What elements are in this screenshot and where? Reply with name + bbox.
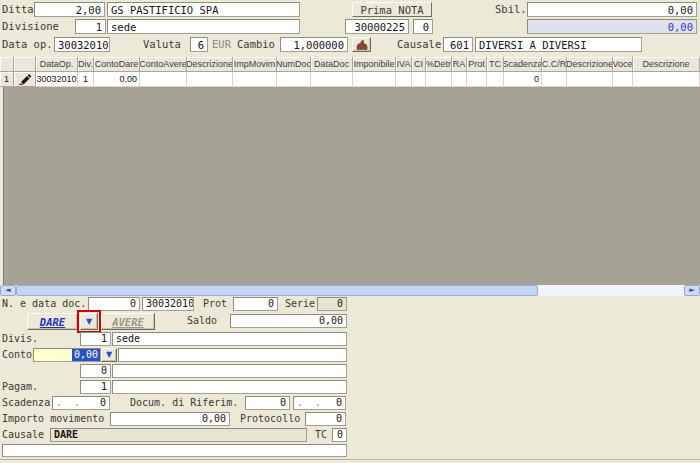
grid-data-row[interactable]: 1 30032010 1 0,00 0 [0, 72, 700, 87]
grid-col-contoavere: ContoAvere [140, 57, 187, 72]
grid-cell-iva[interactable] [396, 72, 412, 87]
grid-cell-descrizione2[interactable] [567, 72, 613, 87]
grid-cell-rownum[interactable]: 1 [0, 72, 14, 87]
grid-cell-icon[interactable] [14, 72, 36, 87]
prot-label: Prot [203, 297, 227, 311]
grid-cell-detr[interactable] [426, 72, 452, 87]
grid-cell-tc[interactable] [487, 72, 504, 87]
doc-rif-extra-value: 0 [336, 397, 342, 409]
divis-name-field[interactable]: sede [112, 332, 347, 346]
data-doc-field[interactable]: 30032010 [142, 297, 194, 311]
tc-field[interactable]: 0 [332, 428, 347, 442]
causale-label: Causale [397, 37, 441, 52]
grid-col-numdoc: NumDoc [277, 57, 311, 72]
saldo-field[interactable]: 0,00 [230, 314, 347, 328]
avere-button[interactable]: AVERE [101, 313, 155, 330]
grid-col-datadoc: DataDoc [311, 57, 353, 72]
divisione-name-field[interactable]: sede [107, 19, 300, 34]
scadenza-value: 0 [100, 397, 106, 409]
grid-cell-datadoc[interactable] [311, 72, 353, 87]
cambio-tool-button[interactable] [352, 37, 371, 52]
divisione-label: Divisione [2, 19, 59, 34]
grid-cell-ra[interactable] [452, 72, 467, 87]
scadenza-field[interactable]: . . 0 [52, 396, 110, 410]
grid-col-contodare: ContoDare [94, 57, 140, 72]
causale-code-field[interactable]: 601 [443, 37, 473, 52]
grid-col-div: Div. [78, 57, 94, 72]
detail-panel: N. e data doc. 0 30032010 Prot 0 Serie 0… [0, 296, 700, 463]
divis-code-field[interactable]: 1 [80, 332, 111, 346]
grid-empty-area [3, 87, 700, 285]
causale-detail-field: DARE [50, 428, 307, 442]
horizontal-scrollbar[interactable]: ◄ ► [0, 285, 700, 296]
protocollo-field[interactable]: 0 [305, 412, 346, 426]
panel-divider [0, 459, 700, 460]
grid-cell-ci[interactable] [412, 72, 426, 87]
grid-cell-dataop[interactable]: 30032010 [36, 72, 78, 87]
doc-rif-date-field[interactable]: . . 0 [293, 396, 346, 410]
valuta-label: Valuta [143, 37, 181, 52]
conto-desc-field[interactable] [118, 348, 347, 362]
grid-col-ci: CI [412, 57, 426, 72]
scroll-left-button[interactable]: ◄ [0, 285, 16, 296]
grid-cell-impmovim[interactable] [233, 72, 277, 87]
doc-rif-label: Docum. di Riferim. [130, 396, 238, 410]
sbil-label: Sbil. [495, 2, 527, 17]
ditta-name-field[interactable]: GS PASTIFICIO SPA [107, 2, 300, 17]
scroll-right-button[interactable]: ► [684, 285, 700, 296]
grid-cell-ccr[interactable] [542, 72, 567, 87]
grid-col-descrizione2: Descrizione [567, 57, 613, 72]
grid-col-descrizione: Descrizione [187, 57, 233, 72]
app-window: Ditta 2,00 GS PASTIFICIO SPA Prima NOTA … [0, 0, 700, 463]
pagam-label: Pagam. [2, 380, 38, 394]
conto-dropdown-button[interactable]: ▼ [101, 348, 117, 362]
dare-button[interactable]: DARE [27, 313, 78, 330]
doc-rif-num-field[interactable]: 0 [245, 396, 290, 410]
grid-col-prot: Prot [467, 57, 487, 72]
conto-label: Conto [2, 348, 32, 362]
grid-col-iva: IVA [396, 57, 412, 72]
conto-sub-desc-field[interactable] [112, 364, 347, 378]
doc-number-field[interactable]: 30000225 [345, 19, 409, 34]
annotation-highlight-box [77, 310, 101, 333]
grid-col-imponibile: Imponibile [353, 57, 396, 72]
grid-cell-scadenza[interactable]: 0 [504, 72, 542, 87]
data-op-field[interactable]: 30032010 [54, 37, 110, 52]
ditta-code-field[interactable]: 2,00 [34, 2, 105, 17]
divis-label: Divis. [2, 332, 38, 346]
conto-field[interactable]: 0,00 [33, 348, 101, 362]
grid-cell-descrizione3[interactable] [633, 72, 700, 87]
grid-cell-contoavere[interactable] [140, 72, 187, 87]
serie-field[interactable]: 0 [317, 297, 347, 311]
valuta-code-field[interactable]: 6 [190, 37, 208, 52]
divisione-code-field[interactable]: 1 [75, 19, 106, 34]
grid-col-voce: Voce [613, 57, 633, 72]
chevron-down-icon: ▼ [106, 351, 112, 359]
grid-cell-numdoc[interactable] [277, 72, 311, 87]
pagam-desc-field[interactable] [112, 380, 347, 394]
grid-col-rownum [0, 57, 14, 72]
prot-field[interactable]: 0 [233, 297, 278, 311]
note-field[interactable] [2, 444, 347, 457]
pagam-code-field[interactable]: 1 [80, 380, 111, 394]
causale-desc-field[interactable]: DIVERSI A DIVERSI [475, 37, 642, 52]
conto-sub-code-field[interactable]: 0 [80, 364, 111, 378]
grid-cell-div[interactable]: 1 [78, 72, 94, 87]
sbil-field[interactable]: 0,00 [527, 2, 697, 17]
grid-cell-prot[interactable] [467, 72, 487, 87]
grid-col-ra: RA [452, 57, 467, 72]
importo-field[interactable]: 0,00 [110, 412, 230, 426]
doc-number-sub-field[interactable]: 0 [413, 19, 433, 34]
grid-col-icon [14, 57, 36, 72]
grid-cell-descrizione[interactable] [187, 72, 233, 87]
grid-cell-imponibile[interactable] [353, 72, 396, 87]
grid-col-ccr: C.C/R [542, 57, 567, 72]
n-doc-field[interactable]: 0 [88, 297, 140, 311]
scrollbar-thumb[interactable] [16, 285, 538, 296]
grid-col-scadenza: Scadenza [504, 57, 542, 72]
cambio-field[interactable]: 1,000000 [280, 37, 348, 52]
grid-cell-voce[interactable] [613, 72, 633, 87]
grid-col-detr: %Detr [426, 57, 452, 72]
grid-cell-contodare[interactable]: 0,00 [94, 72, 140, 87]
hand-icon [356, 40, 368, 50]
